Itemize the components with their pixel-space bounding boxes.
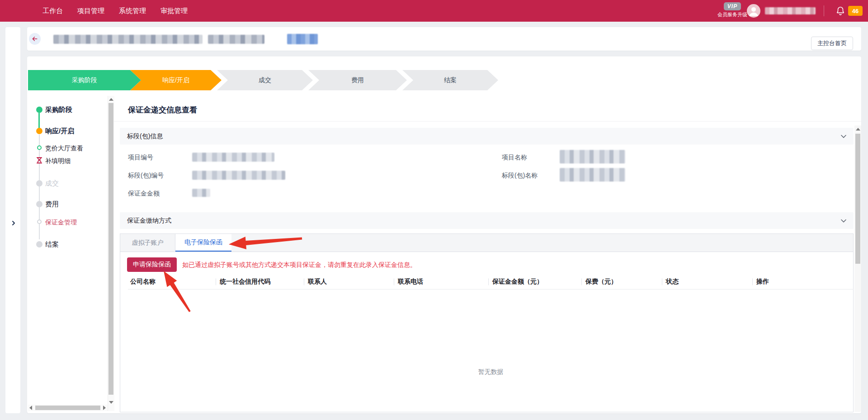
arrow-left-icon xyxy=(31,35,38,42)
notification-count-badge[interactable]: 46 xyxy=(848,6,863,16)
field-value-project-no-redacted xyxy=(192,153,274,162)
chevron-down-icon[interactable] xyxy=(841,135,846,138)
timeline-connector-done xyxy=(38,113,40,128)
duplicate-deposit-warning: 如已通过虚拟子账号或其他方式递交本项目保证金，请勿重复在此录入保证金信息。 xyxy=(182,261,416,269)
scroll-right-arrow-icon[interactable] xyxy=(103,406,106,410)
field-label-deposit-amount: 保证金金额 xyxy=(128,190,160,198)
project-title-redacted xyxy=(53,35,203,44)
hourglass-icon xyxy=(36,157,43,164)
scroll-left-arrow-icon[interactable] xyxy=(29,406,32,410)
tab-electronic-insurance-guarantee[interactable]: 电子保险保函 xyxy=(175,234,231,252)
sub-dot-bidding-hall xyxy=(37,145,42,150)
chevron-down-icon[interactable] xyxy=(841,219,846,223)
sidebar-item-bidding-hall-view[interactable]: 竞价大厅查看 xyxy=(45,145,83,153)
field-value-project-name-redacted xyxy=(560,150,625,163)
field-label-project-no: 项目编号 xyxy=(128,154,153,162)
step-label: 结案 xyxy=(444,76,457,84)
nav-item-project-management[interactable]: 项目管理 xyxy=(77,7,104,15)
field-label-project-name: 项目名称 xyxy=(502,154,527,162)
col-company-name: 公司名称 xyxy=(128,278,216,286)
stage-dot-procurement xyxy=(36,107,42,113)
nav-item-approval-management[interactable]: 审批管理 xyxy=(160,7,188,15)
step-response-open[interactable]: 响应/开启 xyxy=(130,70,222,90)
console-home-button[interactable]: 主控台首页 xyxy=(811,37,853,50)
sidebar-item-fill-details[interactable]: 补填明细 xyxy=(45,157,71,165)
col-contact-person: 联系人 xyxy=(304,278,394,286)
status-tag-redacted xyxy=(287,34,318,44)
sidebar-hscrollbar-thumb[interactable] xyxy=(35,406,100,410)
user-name-redacted xyxy=(765,7,816,14)
step-label: 采购阶段 xyxy=(72,76,97,84)
scroll-down-arrow-icon[interactable] xyxy=(109,401,113,404)
sidebar-item-close-case[interactable]: 结案 xyxy=(45,240,59,249)
stage-dot-close-case xyxy=(36,241,42,247)
scroll-up-arrow-icon[interactable] xyxy=(856,128,860,131)
section-header-package-info[interactable]: 标段(包)信息 xyxy=(120,128,854,145)
stage-dot-response-open xyxy=(36,128,42,134)
sidebar-scrollbar-thumb[interactable] xyxy=(108,103,113,395)
content-scrollbar-thumb[interactable] xyxy=(855,134,860,264)
section-title: 保证金缴纳方式 xyxy=(127,217,171,225)
field-label-package-name: 标段(包)名称 xyxy=(502,172,538,180)
user-icon xyxy=(747,4,760,18)
guarantee-table-header-row: 公司名称 统一社会信用代码 联系人 联系电话 保证金金额（元） 保费（元） 状态… xyxy=(128,275,854,289)
field-label-package-no: 标段(包)编号 xyxy=(128,172,164,180)
step-label: 费用 xyxy=(351,76,364,84)
table-empty-state: 暂无数据 xyxy=(128,368,854,376)
field-value-deposit-amount-redacted xyxy=(192,189,210,197)
page-title: 保证金递交信息查看 xyxy=(128,105,197,115)
step-procurement-stage[interactable]: 采购阶段 xyxy=(28,70,141,90)
scroll-up-arrow-icon[interactable] xyxy=(109,98,113,101)
col-deposit-amount: 保证金金额（元） xyxy=(489,278,582,286)
stage-dot-fees xyxy=(36,201,42,207)
stage-dot-deal xyxy=(36,180,42,187)
sidebar-item-deal[interactable]: 成交 xyxy=(45,179,59,188)
tab-virtual-subaccount[interactable]: 虚拟子账户 xyxy=(120,234,175,252)
col-premium: 保费（元） xyxy=(582,278,662,286)
nav-item-workbench[interactable]: 工作台 xyxy=(42,7,63,15)
sidebar-item-response-open[interactable]: 响应/开启 xyxy=(45,127,74,135)
section-title: 标段(包)信息 xyxy=(127,132,163,140)
sidebar-item-procurement-stage[interactable]: 采购阶段 xyxy=(45,106,72,114)
expand-panel-chevron-icon[interactable] xyxy=(11,219,16,225)
title-divider xyxy=(114,121,861,121)
step-close-case[interactable]: 结案 xyxy=(402,70,498,90)
field-value-package-name-redacted xyxy=(560,168,625,182)
app-root: 工作台 项目管理 系统管理 审批管理 VIP 会员服务升级 46 主控台首页 xyxy=(0,0,868,420)
col-credit-code: 统一社会信用代码 xyxy=(216,278,304,286)
main-nav: 工作台 项目管理 系统管理 审批管理 xyxy=(42,0,188,22)
sidebar-item-deposit-management[interactable]: 保证金管理 xyxy=(45,219,77,227)
col-actions: 操作 xyxy=(753,278,854,286)
payment-tabs-card xyxy=(120,233,854,412)
vip-icon: VIP xyxy=(724,2,741,10)
vip-caption: 会员服务升级 xyxy=(712,11,752,18)
step-deal[interactable]: 成交 xyxy=(217,70,313,90)
col-contact-phone: 联系电话 xyxy=(394,278,489,286)
apply-insurance-guarantee-button[interactable]: 申请保险保函 xyxy=(127,257,177,272)
step-label: 响应/开启 xyxy=(162,76,189,84)
step-label: 成交 xyxy=(259,76,271,84)
sidebar-item-fees[interactable]: 费用 xyxy=(45,200,59,209)
section-header-payment-method[interactable]: 保证金缴纳方式 xyxy=(120,212,854,229)
notification-bell-icon[interactable] xyxy=(835,6,845,16)
step-fees[interactable]: 费用 xyxy=(308,70,407,90)
vip-upgrade[interactable]: VIP 会员服务升级 xyxy=(712,2,752,18)
sub-dot-deposit-management xyxy=(37,219,42,224)
back-button[interactable] xyxy=(29,33,41,45)
field-value-package-no-redacted xyxy=(192,171,285,180)
col-status: 状态 xyxy=(662,278,753,286)
project-subtitle-redacted xyxy=(208,35,264,44)
user-avatar[interactable] xyxy=(747,4,760,18)
topbar-divider xyxy=(824,5,824,16)
nav-item-system-management[interactable]: 系统管理 xyxy=(119,7,146,15)
